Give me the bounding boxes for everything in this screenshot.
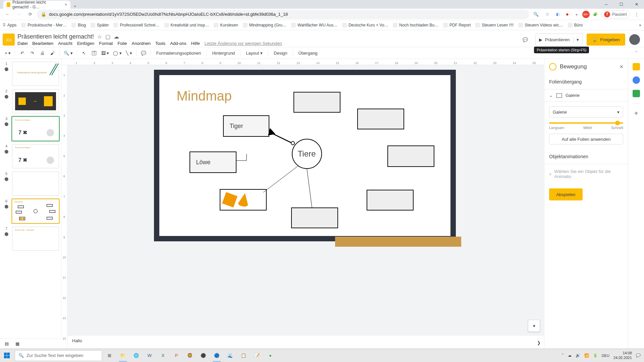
bookmark-item[interactable]: Professionell Schrei… [113,23,159,27]
menu-addons[interactable]: Add-ons [170,41,186,46]
apps-bookmark[interactable]: ⠿Apps [3,23,16,27]
present-button[interactable]: ▶ Präsentieren ▾ Präsentation starten (S… [535,34,583,46]
last-edit-link[interactable]: Letzte Änderung vor wenigen Sekunden [205,41,282,46]
next-slide-arrow[interactable]: ❯ [537,340,541,345]
menu-hilfe[interactable]: Hilfe [191,41,200,46]
share-button[interactable]: 🔒 Freigeben [587,34,625,46]
zoom-icon[interactable]: 🔍 [531,10,541,19]
slide-thumb-6[interactable]: 6⬤ Mindmap [2,199,59,223]
menu-tools[interactable]: Tools [155,41,165,46]
mindmap-box-empty[interactable] [293,92,340,113]
close-panel-icon[interactable]: × [620,63,623,70]
menu-bearbeiten[interactable]: Bearbeiten [32,41,53,46]
transition-type-select[interactable]: Galerie ▾ [549,106,623,118]
extension-icon-4[interactable]: 99+ [582,11,590,18]
address-bar[interactable]: 🔒 docs.google.com/presentation/d/1yV372S… [37,10,529,19]
menu-folie[interactable]: Folie [117,41,127,46]
background-button[interactable]: Hintergrund [209,51,237,56]
slide-panel[interactable]: 1⬤ Präsentieren leicht gemacht! 2⬤ → 3⬤ … [0,59,61,339]
slide-canvas[interactable]: Mindmap Tiger Löwe Tiere [154,70,456,241]
bookmark-item[interactable]: Noch hochladen Bu… [393,23,438,27]
comment-tool[interactable]: 💬 [139,49,148,57]
bookmark-item[interactable]: Mindmapping (Gru… [243,23,286,27]
print-button[interactable]: 🖨 [38,49,47,57]
explore-button[interactable]: ✦ [528,320,540,332]
bookmark-item[interactable]: Steuern Lesen !!!! [475,23,514,27]
reload-button[interactable]: ⟳ [25,10,35,19]
star-icon[interactable]: ☆ [97,34,102,40]
apply-all-button[interactable]: Auf alle Folien anwenden [549,134,623,144]
mindmap-box-empty[interactable] [291,207,338,228]
add-addon-icon[interactable]: + [634,110,638,117]
transition-speed-slider[interactable]: Langsam Mittel Schnell [544,122,628,132]
transition-button[interactable]: Übergang [296,51,320,56]
bookmark-item[interactable]: Steuern Videos wic… [518,23,563,27]
textbox-tool[interactable]: 🅃 [90,49,99,57]
extension-icon-3[interactable]: ● [573,11,580,18]
star-icon[interactable]: ☆ [543,10,552,19]
minimize-button[interactable]: ─ [599,0,614,9]
maximize-button[interactable]: ☐ [614,0,629,9]
menu-anordnen[interactable]: Anordnen [132,41,151,46]
back-button[interactable]: ← [3,10,12,19]
undo-button[interactable]: ↶ [18,49,26,57]
extension-icon-2[interactable]: ◆ [564,11,571,18]
slide-thumb-5[interactable]: 5⬤ [2,172,59,196]
mindmap-box-empty[interactable] [357,109,404,129]
speaker-notes[interactable]: Hallo [67,335,544,349]
browser-tab[interactable]: Präsentieren leicht gemacht! - G… × [3,1,70,9]
extension-icon-1[interactable]: ◧ [554,11,561,18]
paint-format-button[interactable]: 🖌 [48,49,57,57]
zoom-button[interactable]: 🔍 ▾ [62,49,74,57]
move-icon[interactable]: ▢ [105,34,110,40]
menu-einfuegen[interactable]: Einfügen [77,41,94,46]
slide-thumb-4[interactable]: 4⬤ Formen einfügen7 ✖ [2,144,59,168]
mindmap-box-empty[interactable] [367,190,414,210]
bookmark-item[interactable]: Kreativität und Insp… [164,23,209,27]
slide-thumb-1[interactable]: 1⬤ Präsentieren leicht gemacht! [2,62,59,86]
menu-datei[interactable]: Datei [17,41,28,46]
mindmap-box-empty[interactable] [387,145,434,167]
slides-logo-icon[interactable]: ▭ [3,34,15,46]
present-dropdown-icon[interactable]: ▾ [574,37,579,42]
new-slide-button[interactable]: + ▾ [3,49,12,57]
close-window-button[interactable]: ✕ [629,0,644,9]
bookmark-item[interactable]: Kurslesen [214,23,238,27]
comments-icon[interactable]: 💬 [519,34,531,46]
mindmap-box-tiger[interactable]: Tiger [223,115,269,137]
menu-format[interactable]: Format [99,41,113,46]
shape-tool[interactable]: ◯ ▾ [112,49,123,57]
sheets-icon[interactable] [633,90,640,97]
new-tab-button[interactable]: + [70,4,80,9]
slide-thumb-2[interactable]: 2⬤ → [2,89,59,113]
play-animation-button[interactable]: Abspielen [549,188,583,200]
mindmap-center-circle[interactable]: Tiere [292,139,322,169]
layout-button[interactable]: Layout ▾ [243,51,265,56]
transition-gallery-row[interactable]: ⌄ Galerie [544,89,628,102]
bookmark-item[interactable]: Büro [568,23,583,27]
slide-thumb-3[interactable]: 3⬤ Formen einfügen7 ✖ [2,117,59,141]
collapse-toolbar-icon[interactable]: ˆ [632,49,641,57]
select-tool[interactable]: ↖ [80,49,89,57]
menu-ansicht[interactable]: Ansicht [58,41,72,46]
slider-thumb[interactable] [615,121,620,125]
grid-view-icon[interactable]: ▦ [15,341,19,346]
line-tool[interactable]: ╲ ▾ [124,49,133,57]
tasks-icon[interactable] [633,76,640,84]
forward-button[interactable]: → [14,10,23,19]
document-title[interactable]: Präsentieren leicht gemacht! [17,33,94,40]
bookmarks-overflow-icon[interactable]: » [639,23,641,27]
bookmark-item[interactable]: Wahlfächer WU Aus… [291,23,337,27]
browser-menu-icon[interactable]: ⋮ [632,10,641,19]
user-avatar[interactable] [629,34,640,45]
redo-button[interactable]: ↷ [28,49,37,57]
slide-thumb-7[interactable]: 7⬤ Erste Folie – Beispiel [2,227,59,251]
profile-paused-pill[interactable]: T Pausiert [601,10,630,18]
filmstrip-view-icon[interactable]: ▤ [5,341,9,346]
slide-title[interactable]: Mindmap [177,88,232,104]
bookmark-item[interactable]: Blog [71,23,86,27]
design-button[interactable]: Design [271,51,290,56]
close-tab-icon[interactable]: × [65,2,67,7]
puzzle-icon[interactable]: 🧩 [592,11,599,18]
bookmark-item[interactable]: PDF Report [443,23,471,27]
